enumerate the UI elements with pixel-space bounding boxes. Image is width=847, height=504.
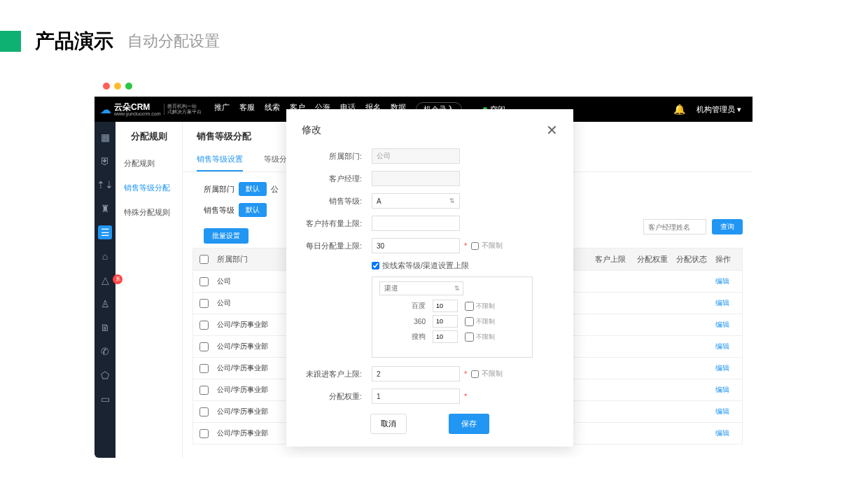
row-checkbox[interactable] xyxy=(200,342,209,351)
weight-field[interactable] xyxy=(372,388,460,404)
page-header: 产品演示 自动分配设置 xyxy=(0,0,847,76)
channel-value-input[interactable] xyxy=(433,300,458,312)
filter-level-default-button[interactable]: 默认 xyxy=(239,203,267,217)
search-button[interactable]: 查询 xyxy=(712,219,743,234)
filter-dept-default-button[interactable]: 默认 xyxy=(239,182,267,196)
row-checkbox[interactable] xyxy=(200,386,209,395)
filter-dept-label: 所属部门 xyxy=(204,184,234,195)
edit-modal: 修改 ✕ 所属部门: 客户经理: 销售等级: A 客户持有量上限: 每日分配量上… xyxy=(286,109,573,447)
required-mark: * xyxy=(464,370,467,378)
rail-stats-icon[interactable]: ⇡⇣ xyxy=(98,178,112,192)
channel-value-input[interactable] xyxy=(433,315,458,328)
th-action: 操作 xyxy=(713,248,742,270)
edit-link[interactable]: 编辑 xyxy=(715,385,729,395)
daily-limit-label: 每日分配量上限: xyxy=(302,241,372,251)
row-checkbox[interactable] xyxy=(200,364,209,373)
daily-limit-field[interactable] xyxy=(372,238,460,253)
close-window-icon[interactable] xyxy=(103,83,110,90)
dept-field[interactable] xyxy=(372,148,460,164)
filter-dept: 所属部门 默认 公 xyxy=(204,182,279,196)
channel-no-limit-checkbox[interactable]: 不限制 xyxy=(465,302,495,311)
cell-dept: 公司/学历事业部 xyxy=(214,423,298,444)
row-checkbox[interactable] xyxy=(200,321,209,330)
manager-field[interactable] xyxy=(372,171,460,186)
save-button[interactable]: 保存 xyxy=(449,414,489,434)
sidebar-item-rules[interactable]: 分配规则 xyxy=(115,151,182,176)
nav-right: 🔔 机构管理员 ▾ xyxy=(673,104,752,115)
edit-link[interactable]: 编辑 xyxy=(715,320,729,330)
rail-card-icon[interactable]: ▭ xyxy=(98,392,112,406)
channel-value-input[interactable] xyxy=(433,330,458,343)
channel-no-limit-checkbox[interactable]: 不限制 xyxy=(465,332,495,342)
cell-dept: 公司/学历事业部 xyxy=(214,379,298,400)
row-checkbox[interactable] xyxy=(200,429,209,438)
rail-phone-icon[interactable]: ✆ xyxy=(98,344,112,358)
by-channel-checkbox[interactable] xyxy=(372,262,379,270)
sub-tab-level-setting[interactable]: 销售等级设置 xyxy=(197,148,243,172)
modal-actions: 取消 保存 xyxy=(302,414,558,434)
row-checkbox[interactable] xyxy=(200,277,209,286)
user-menu[interactable]: 机构管理员 ▾ xyxy=(696,104,741,115)
page-subtitle: 自动分配设置 xyxy=(127,31,220,52)
th-status: 分配状态 xyxy=(673,248,713,270)
channel-row: 360 不限制 xyxy=(379,315,525,328)
nav-item-lead[interactable]: 线索 xyxy=(265,102,280,117)
level-select[interactable]: A xyxy=(372,193,460,209)
bell-icon[interactable]: 🔔 xyxy=(673,104,685,115)
rail-people-icon[interactable]: ♙ xyxy=(98,297,112,311)
sidebar-title: 分配规则 xyxy=(115,122,182,151)
cancel-button[interactable]: 取消 xyxy=(370,414,407,434)
cell-dept: 公司/学历事业部 xyxy=(214,401,298,422)
search-input[interactable] xyxy=(643,219,706,234)
daily-no-limit-checkbox[interactable]: 不限制 xyxy=(471,241,503,251)
edit-link[interactable]: 编辑 xyxy=(715,363,729,373)
th-weight: 分配权重 xyxy=(634,248,673,270)
close-icon[interactable]: ✕ xyxy=(546,122,558,139)
rail-settings-icon[interactable]: ☰ xyxy=(98,225,112,239)
app-window: ☁ 云朵CRM www.yunduocrm.com 教育机构一站式解决方案平台 … xyxy=(94,76,752,458)
modal-header: 修改 ✕ xyxy=(302,122,558,139)
nav-item-promo[interactable]: 推广 xyxy=(214,102,230,117)
sidebar-list: 分配规则 销售等级分配 特殊分配规则 xyxy=(115,151,182,225)
select-all-checkbox[interactable] xyxy=(200,255,209,264)
hold-limit-field[interactable] xyxy=(372,216,460,231)
row-checkbox[interactable] xyxy=(200,299,209,308)
cell-dept: 公司/学历事业部 xyxy=(214,314,298,335)
maximize-window-icon[interactable] xyxy=(125,83,132,90)
filter-dept-value: 公 xyxy=(271,184,279,195)
edit-link[interactable]: 编辑 xyxy=(715,342,729,351)
rail-home-icon[interactable]: ⌂ xyxy=(98,249,112,263)
channel-type-select[interactable]: 渠道 xyxy=(379,281,463,295)
weight-label: 分配权重: xyxy=(302,391,372,402)
edit-link[interactable]: 编辑 xyxy=(715,298,729,308)
required-mark: * xyxy=(464,392,467,400)
hold-limit-label: 客户持有量上限: xyxy=(302,218,372,229)
channel-row: 百度 不限制 xyxy=(379,300,525,312)
sidebar-panel: 分配规则 分配规则 销售等级分配 特殊分配规则 xyxy=(115,122,183,458)
sidebar-item-sales-level[interactable]: 销售等级分配 xyxy=(115,176,182,200)
page-title: 产品演示 xyxy=(35,28,113,55)
edit-link[interactable]: 编辑 xyxy=(715,428,729,438)
dept-label: 所属部门: xyxy=(302,151,372,162)
nav-item-service[interactable]: 客服 xyxy=(239,102,255,117)
row-checkbox[interactable] xyxy=(200,407,209,416)
rail-tag-icon[interactable]: ⬠ xyxy=(98,368,112,382)
cell-dept: 公司 xyxy=(214,271,298,292)
rail-doc-icon[interactable]: 🗎 xyxy=(98,321,112,335)
sidebar-item-special[interactable]: 特殊分配规则 xyxy=(115,200,182,225)
batch-set-button[interactable]: 批量设置 xyxy=(204,228,248,244)
minimize-window-icon[interactable] xyxy=(114,83,121,90)
modal-title: 修改 xyxy=(302,124,321,136)
unfollow-no-limit-checkbox[interactable]: 不限制 xyxy=(471,369,503,379)
logo-tagline: 教育机构一站式解决方案平台 xyxy=(164,104,202,114)
rail-dashboard-icon[interactable]: ▦ xyxy=(98,130,112,144)
rail-user-icon[interactable]: ♜ xyxy=(98,202,112,216)
channel-no-limit-checkbox[interactable]: 不限制 xyxy=(465,317,495,326)
channel-name: 360 xyxy=(400,318,426,326)
rail-shield-icon[interactable]: ⛨ xyxy=(98,154,112,168)
unfollow-field[interactable] xyxy=(372,366,460,382)
rail-triangle-icon[interactable]: △ xyxy=(98,273,112,287)
edit-link[interactable]: 编辑 xyxy=(715,407,729,416)
th-dept: 所属部门 xyxy=(214,248,298,270)
edit-link[interactable]: 编辑 xyxy=(715,276,729,286)
